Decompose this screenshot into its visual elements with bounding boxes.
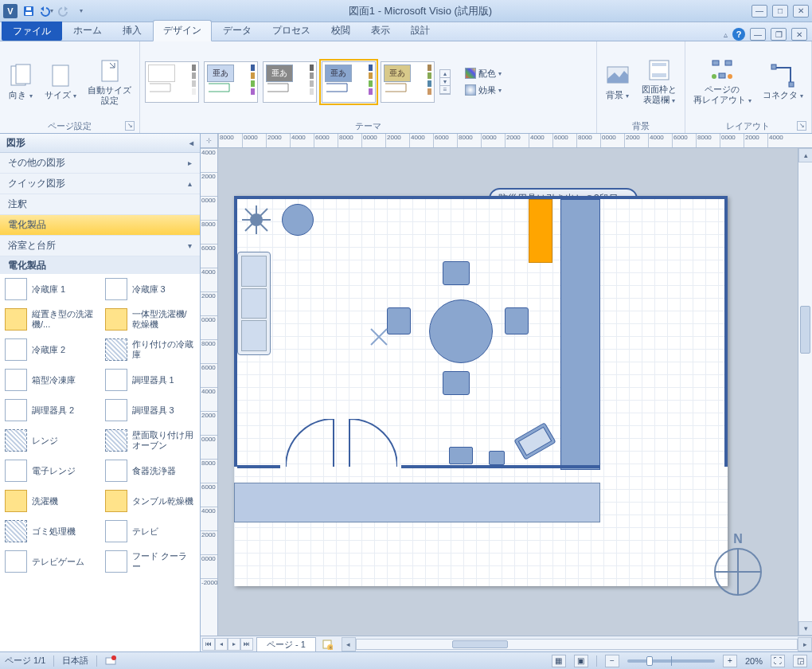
macro-record-icon[interactable] (105, 655, 116, 667)
stencil-item[interactable]: 調理器具 1 (100, 365, 201, 395)
shape-appliance-2[interactable] (489, 451, 505, 465)
shape-cabinet[interactable] (560, 199, 600, 470)
shape-sofa[interactable] (237, 252, 271, 355)
shape-lamp[interactable] (240, 204, 272, 236)
autosize-button[interactable]: 自動サイズ 設定 (84, 57, 135, 108)
tab-home[interactable]: ホーム (64, 21, 111, 41)
category-bath-kitchen[interactable]: 浴室と台所▾ (0, 236, 200, 256)
stencil-item[interactable]: 調理器具 3 (100, 395, 201, 425)
tab-data[interactable]: データ (213, 21, 261, 41)
redo-icon[interactable] (56, 3, 72, 19)
zoom-out-button[interactable]: − (605, 655, 619, 667)
background-button[interactable]: 背景 ▾ (602, 61, 634, 103)
pan-zoom-button[interactable]: ◲ (793, 655, 807, 667)
tab-plan[interactable]: 設計 (401, 21, 439, 41)
shape-door[interactable] (286, 419, 397, 470)
shape-round-stool[interactable] (282, 204, 314, 236)
fit-page-button[interactable]: ⛶ (771, 655, 785, 667)
stencil-item[interactable]: 一体型洗濯機/乾燥機 (100, 304, 201, 334)
zoom-thumb[interactable] (646, 656, 653, 666)
page-setup-launcher[interactable]: ↘ (125, 121, 135, 131)
stencil-item[interactable]: 作り付けの冷蔵庫 (100, 334, 201, 365)
theme-swatch-3[interactable]: 亜あ (263, 61, 317, 103)
close-button[interactable]: ✕ (793, 5, 809, 18)
stencil-item[interactable]: 調理器具 2 (0, 395, 100, 425)
theme-swatch-1[interactable] (145, 61, 199, 103)
stencil-item[interactable]: 電子レンジ (0, 456, 100, 486)
save-icon[interactable] (21, 3, 37, 19)
ruler-corner[interactable]: ⊹ (201, 134, 218, 148)
stencil-item[interactable]: 冷蔵庫 1 (0, 274, 100, 304)
tab-nav-prev[interactable]: ◂ (215, 638, 228, 651)
stencil-item[interactable]: 冷蔵庫 2 (0, 334, 100, 365)
view-fullscreen-button[interactable]: ▣ (574, 655, 588, 667)
collapse-pane-icon[interactable]: ◂ (189, 139, 193, 147)
drawing-page[interactable] (234, 196, 728, 586)
drawing-viewport[interactable]: 防災用具は引き出しの3段目。 (218, 148, 798, 636)
layout-launcher[interactable]: ↘ (797, 121, 806, 131)
add-page-button[interactable]: ✳ (319, 638, 335, 651)
theme-swatch-5[interactable]: 亜あ (381, 61, 435, 103)
shape-x-mark[interactable] (369, 327, 388, 346)
theme-swatch-2[interactable]: 亜あ (204, 61, 258, 103)
tab-nav-last[interactable]: ⏭ (240, 638, 253, 651)
tab-nav-first[interactable]: ⏮ (202, 638, 215, 651)
scroll-down-button[interactable]: ▾ (798, 621, 812, 636)
category-other-shapes[interactable]: その他の図形▸ (0, 153, 200, 174)
page-tab-1[interactable]: ページ - 1 (256, 637, 316, 651)
shape-chair-e[interactable] (505, 307, 529, 334)
tab-design[interactable]: デザイン (153, 20, 212, 41)
scroll-left-button[interactable]: ◂ (342, 637, 356, 651)
stencil-item[interactable]: テレビゲーム (0, 546, 100, 577)
hscroll-track[interactable] (356, 639, 798, 650)
stencil-item[interactable]: タンブル乾燥機 (100, 486, 201, 516)
stencil-item[interactable]: 壁面取り付け用オーブン (100, 425, 201, 456)
doc-close-button[interactable]: ✕ (791, 28, 807, 41)
shape-chair-s[interactable] (443, 371, 470, 395)
ruler-vertical[interactable]: 4000200000008000600040002000000080006000… (201, 148, 218, 636)
tab-view[interactable]: 表示 (361, 21, 400, 41)
stencil-item[interactable]: テレビ (100, 516, 201, 546)
doc-minimize-button[interactable]: — (750, 28, 766, 41)
border-title-button[interactable]: 図面枠と 表題欄 ▾ (638, 56, 680, 108)
connector-button[interactable]: コネクタ ▾ (759, 61, 806, 103)
scroll-right-button[interactable]: ▸ (798, 637, 812, 651)
minimize-button[interactable]: — (751, 5, 767, 18)
undo-icon[interactable]: ▾ (38, 3, 54, 19)
tab-nav-next[interactable]: ▸ (228, 638, 240, 651)
shape-drawer-highlight[interactable] (529, 199, 552, 263)
category-quick-shapes[interactable]: クイック図形▴ (0, 174, 200, 194)
vertical-scrollbar[interactable]: ▴ ▾ (798, 148, 812, 636)
tab-process[interactable]: プロセス (263, 21, 320, 41)
shape-dining-table[interactable] (429, 299, 493, 363)
shape-rug[interactable] (234, 483, 600, 522)
tab-file[interactable]: ファイル (2, 22, 62, 41)
scroll-up-icon[interactable]: ▴ (188, 179, 192, 188)
doc-restore-button[interactable]: ❐ (771, 28, 787, 41)
tab-review[interactable]: 校閲 (322, 21, 360, 41)
theme-effects-button[interactable]: 効果 ▾ (462, 83, 505, 98)
zoom-slider[interactable] (627, 659, 715, 663)
size-button[interactable]: サイズ ▾ (41, 61, 80, 103)
help-icon[interactable]: ? (732, 28, 745, 41)
stencil-item[interactable]: 縦置き型の洗濯機/... (0, 304, 100, 334)
stencil-item[interactable]: フード クーラー (100, 546, 201, 577)
stencil-item[interactable]: レンジ (0, 425, 100, 456)
stencil-item[interactable]: ゴミ処理機 (0, 516, 100, 546)
vscroll-track[interactable] (798, 162, 812, 621)
view-normal-button[interactable]: ▦ (552, 655, 566, 667)
qat-customize-icon[interactable]: ▾ (73, 3, 89, 19)
scroll-down-icon[interactable]: ▾ (188, 241, 192, 250)
category-electronics[interactable]: 電化製品 (0, 215, 200, 236)
stencil-item[interactable]: 食器洗浄器 (100, 456, 201, 486)
category-annotation[interactable]: 注釈 (0, 194, 200, 215)
theme-swatch-4-selected[interactable]: 亜あ (322, 61, 376, 103)
vscroll-thumb[interactable] (800, 306, 810, 354)
hscroll-thumb[interactable] (452, 640, 508, 648)
shape-chair-n[interactable] (443, 261, 470, 285)
horizontal-scrollbar[interactable]: ◂ ▸ (342, 636, 812, 651)
shape-chair-w[interactable] (387, 307, 411, 334)
relayout-button[interactable]: ページの 再レイアウト ▾ (690, 56, 755, 108)
tab-insert[interactable]: 挿入 (113, 21, 151, 41)
stencil-item[interactable]: 洗濯機 (0, 486, 100, 516)
